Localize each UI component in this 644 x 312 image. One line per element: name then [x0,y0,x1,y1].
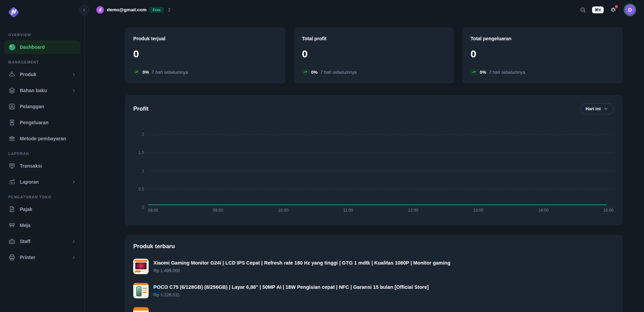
sidebar-section-laporan: LAPORAN [4,152,80,156]
gridline [148,134,614,135]
sidebar-item-label: Dashboard [20,44,76,50]
chevron-right-icon [71,239,76,244]
profit-chart-card: Profit Hari ini 2 1.5 1 0.5 0 08:00 09: [125,95,622,225]
stat-title: Total profit [302,36,446,41]
sidebar-section-overview: OVERVIEW [4,33,80,37]
chevron-left-icon [82,8,86,12]
sidebar-item-label: Transaksi [20,163,76,169]
stat-period: 7 hari sebelumnya [320,70,356,75]
stat-card-total-pengeluaran: Total pengeluaran 0 0% 7 hari sebelumnya [462,27,622,84]
stat-title: Total pengeluaran [470,36,614,41]
plan-badge: Free [150,7,164,13]
account-email: demo@gmail.com [107,7,147,12]
product-title: POCO C75 (6/128GB) (8/256GB) | Layar 6,8… [153,284,429,290]
sidebar-item-printer[interactable]: Printer [4,251,80,264]
y-axis-tick: 1.5 [135,150,144,155]
sidebar-item-transaksi[interactable]: Transaksi [4,159,80,173]
sidebar-item-label: Pajak [20,207,76,212]
settings-button[interactable] [608,5,618,15]
sidebar-item-label: Pengeluaran [20,120,76,125]
latest-products-card: Produk terbaru Xiaomi Gaming Monitor G24… [125,235,622,312]
topbar: d demo@gmail.com Free ⌘K D [85,0,644,19]
profit-line-chart: 2 1.5 1 0.5 0 08:00 09:00 10:00 11:00 12… [133,132,614,213]
chevron-right-icon [71,72,76,77]
main-area: d demo@gmail.com Free ⌘K D Produk terjua… [85,0,644,312]
bank-icon [8,135,16,142]
trend-up-icon [133,69,140,75]
notification-dot [615,5,618,8]
account-selector[interactable]: d demo@gmail.com Free [96,6,171,14]
printer-icon [8,254,16,261]
stat-period: 7 hari sebelumnya [152,70,188,75]
sidebar-item-staff[interactable]: Staff [4,235,80,248]
sidebar-item-label: Laporan [20,179,67,185]
product-thumbnail [133,259,149,274]
dashboard-content: Produk terjual 0 0% 7 hari sebelumnya To… [85,19,644,312]
sidebar-item-produk[interactable]: Produk [4,68,80,81]
chart-title: Profit [133,105,148,112]
product-row[interactable]: POCO C75 (6/128GB) (8/256GB) | Layar 6,8… [133,283,614,298]
sidebar-collapse-button[interactable] [80,5,89,15]
document-icon [8,205,16,213]
date-range-dropdown[interactable]: Hari ini [580,103,614,114]
sidebar-item-label: Staff [20,239,67,244]
stat-value: 0 [302,48,446,60]
sidebar-item-pelanggan[interactable]: Pelanggan [4,100,80,113]
receipt-icon [8,119,16,126]
y-axis-tick: 1 [135,169,144,173]
chevron-right-icon [71,255,76,260]
table-icon [8,222,16,229]
gridline [148,207,614,208]
product-row[interactable]: Xiaomi Gaming Monitor G24i | LCD IPS Cep… [133,259,614,274]
register-icon [8,162,16,170]
sidebar-item-pengeluaran[interactable]: Pengeluaran [4,116,80,129]
sidebar-item-label: Meja [20,223,76,228]
search-shortcut-badge[interactable]: ⌘K [592,6,604,13]
y-axis-tick: 2 [135,132,144,137]
stat-period: 7 hari sebelumnya [489,70,525,75]
date-range-label: Hari ini [586,106,601,111]
product-title: Xiaomi Gaming Monitor G24i | LCD IPS Cep… [153,260,450,266]
gridline [148,171,614,171]
sidebar-item-label: Printer [20,255,67,260]
product-thumbnail [133,283,149,298]
stats-row: Produk terjual 0 0% 7 hari sebelumnya To… [125,27,622,84]
product-price: Rp 1.226.511 [153,292,429,297]
user-icon [8,103,16,110]
sidebar-item-label: Bahan baku [20,88,67,93]
sidebar-item-dashboard[interactable]: Dashboard [4,40,80,54]
select-updown-icon [167,8,171,12]
account-avatar: d [96,6,104,14]
layers-icon [8,87,16,94]
sidebar-item-meja[interactable]: Meja [4,218,80,232]
gauge-icon [8,43,16,51]
product-thumbnail [133,307,149,312]
sidebar-item-bahan-baku[interactable]: Bahan baku [4,84,80,97]
stat-card-total-profit: Total profit 0 0% 7 hari sebelumnya [294,27,454,84]
brand-diamond-icon [7,5,20,19]
trend-up-icon [470,69,477,75]
search-icon [580,7,586,13]
sidebar-item-label: Metode pembayaran [20,136,76,141]
user-avatar[interactable]: D [625,5,635,15]
product-price: Rp 1.499.000 [153,268,450,273]
product-row[interactable]: Xiaomi Smart TV A 32 Pro | Smart TV LED … [133,307,614,312]
sidebar-item-laporan[interactable]: Laporan [4,175,80,189]
stat-percent: 0% [311,70,318,75]
topbar-actions: ⌘K D [578,5,635,15]
hanger-icon [8,71,16,78]
sidebar-item-pajak[interactable]: Pajak [4,202,80,216]
stat-card-produk-terjual: Produk terjual 0 0% 7 hari sebelumnya [125,27,285,84]
stat-percent: 0% [142,70,149,75]
stat-percent: 0% [480,70,486,75]
gridline [148,153,614,153]
trend-chart-icon [8,178,16,186]
stat-value: 0 [133,48,277,60]
sidebar-item-metode-pembayaran[interactable]: Metode pembayaran [4,132,80,145]
app-logo[interactable] [4,5,80,27]
search-button[interactable] [578,5,587,14]
chevron-down-icon [604,107,608,111]
sidebar-section-pengaturan-toko: PENGATURAN TOKO [4,195,80,199]
stat-title: Produk terjual [133,36,277,41]
latest-products-title: Produk terbaru [133,243,614,250]
